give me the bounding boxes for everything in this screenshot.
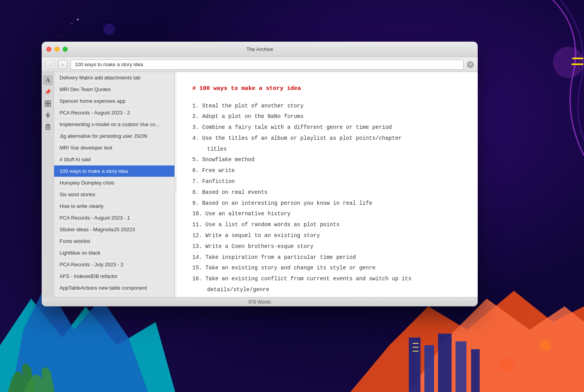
svg-rect-27 bbox=[424, 345, 434, 392]
traffic-lights bbox=[46, 47, 68, 52]
file-item[interactable]: PCA Records - August 2023 - 2 bbox=[54, 107, 174, 119]
svg-point-37 bbox=[498, 357, 514, 373]
list-item: 15. Take an existing story and change it… bbox=[192, 264, 462, 273]
svg-text:+: + bbox=[70, 20, 73, 26]
grid-icon-btn[interactable] bbox=[43, 98, 53, 109]
editor-area: # 100 ways to make a story idea 1. Steal… bbox=[177, 72, 478, 297]
file-item[interactable]: Spencer home expenses app bbox=[54, 95, 174, 107]
status-bar: 976 Words bbox=[42, 297, 478, 306]
file-item[interactable]: MRI Dev Team Quotes bbox=[54, 84, 174, 95]
list-item: 7. Fanfiction bbox=[192, 177, 462, 186]
lightning-icon bbox=[45, 112, 51, 118]
forward-button[interactable]: › bbox=[58, 60, 67, 69]
toolbar: ‹ › ✕ bbox=[42, 57, 478, 72]
file-list-panel: Delivery Matrix add attachments tabMRI D… bbox=[54, 72, 175, 297]
search-input[interactable] bbox=[70, 60, 464, 70]
file-item[interactable]: Lightblue on black bbox=[54, 247, 174, 259]
svg-rect-45 bbox=[47, 124, 49, 125]
file-item[interactable]: Sticker ideas - MagnoliaJS 20223 bbox=[54, 224, 174, 236]
svg-rect-26 bbox=[409, 338, 420, 392]
svg-point-0 bbox=[77, 19, 79, 20]
svg-point-9 bbox=[58, 35, 59, 35]
font-size-icon-btn[interactable]: A bbox=[43, 75, 53, 85]
font-icon: A bbox=[46, 77, 50, 84]
list-item: 3. Combine a fairy tale with a different… bbox=[192, 123, 462, 132]
list-item: 12. Write a sequel to an existing story bbox=[192, 231, 462, 241]
lightning-icon-btn[interactable] bbox=[43, 110, 53, 120]
svg-point-38 bbox=[539, 339, 551, 351]
file-item[interactable]: Humptey Dumptey crisis bbox=[54, 177, 174, 189]
file-item[interactable]: PCA Records - July 2023 - 2 bbox=[54, 259, 174, 271]
file-item[interactable]: Six word stories bbox=[54, 189, 174, 200]
file-item[interactable]: PCA Records - August 2023 - 1 bbox=[54, 212, 174, 224]
pin-icon-btn[interactable]: 📌 bbox=[43, 87, 53, 97]
file-item[interactable]: Fonts wishlist bbox=[54, 236, 174, 247]
document-list: 1. Steal the plot of another story2. Ado… bbox=[192, 102, 462, 297]
minimize-button[interactable] bbox=[55, 47, 60, 52]
list-item: 11. Use a list of random words as plot p… bbox=[192, 220, 462, 230]
file-item[interactable]: 100 ways to make a story idea bbox=[54, 165, 174, 177]
svg-rect-42 bbox=[48, 104, 51, 106]
word-count: 976 Words bbox=[248, 299, 271, 305]
document-title: # 100 ways to make a story idea bbox=[192, 84, 462, 94]
titlebar: The Archive bbox=[42, 42, 478, 57]
list-item: 17. Ask a series of what if questions bbox=[192, 296, 462, 297]
list-item: 9. Based on an interesting person you kn… bbox=[192, 199, 462, 208]
clear-icon: ✕ bbox=[469, 62, 472, 67]
svg-rect-41 bbox=[45, 104, 47, 106]
forward-icon: › bbox=[62, 62, 63, 67]
sidebar-icons-panel: A 📌 bbox=[42, 72, 54, 297]
svg-rect-28 bbox=[438, 334, 452, 392]
file-item[interactable]: A Fine Start - Demo export bbox=[54, 294, 174, 297]
list-item: 5. Snowflake method bbox=[192, 155, 462, 165]
document-content: # 100 ways to make a story idea 1. Steal… bbox=[192, 84, 462, 297]
list-item: 4. Use the titles of an album or playlis… bbox=[192, 134, 462, 143]
list-item: details/style/genre bbox=[192, 285, 462, 295]
svg-rect-29 bbox=[456, 341, 466, 392]
trash-icon bbox=[45, 124, 51, 130]
list-item: 10. Use an alternative history bbox=[192, 209, 462, 219]
list-item: titles bbox=[192, 145, 462, 154]
svg-rect-30 bbox=[471, 349, 480, 392]
list-item: 8. Based on real events bbox=[192, 188, 462, 197]
main-window: The Archive ‹ › ✕ A 📌 bbox=[42, 42, 478, 306]
list-item: 1. Steal the plot of another story bbox=[192, 102, 462, 111]
file-item[interactable]: Delivery Matrix add attachments tab bbox=[54, 72, 174, 84]
maximize-button[interactable] bbox=[63, 47, 68, 52]
search-clear-button[interactable]: ✕ bbox=[467, 61, 474, 68]
list-item: 14. Take inspiration from a particular t… bbox=[192, 253, 462, 262]
window-title: The Archive bbox=[246, 46, 273, 52]
list-item: 13. Write a Coen brothers-esque story bbox=[192, 242, 462, 251]
close-button[interactable] bbox=[46, 47, 51, 52]
svg-rect-40 bbox=[48, 101, 51, 103]
file-item[interactable]: AppTableActions new table component bbox=[54, 282, 174, 294]
back-button[interactable]: ‹ bbox=[46, 60, 55, 69]
file-item[interactable]: How to write clearly bbox=[54, 200, 174, 212]
right-decoration bbox=[475, 0, 584, 156]
file-item[interactable]: MRI Vue developer test bbox=[54, 142, 174, 154]
svg-rect-39 bbox=[45, 101, 47, 103]
trash-icon-btn[interactable] bbox=[43, 122, 53, 132]
pin-icon: 📌 bbox=[44, 89, 51, 95]
grid-icon bbox=[45, 100, 51, 107]
back-icon: ‹ bbox=[49, 62, 51, 67]
file-item[interactable]: Jig alternative for persisting user JSON bbox=[54, 130, 174, 142]
list-item: 16. Take an existing conflict from curre… bbox=[192, 274, 462, 284]
file-item[interactable]: AFS - IndexedDB refactor bbox=[54, 271, 174, 282]
svg-point-22 bbox=[103, 23, 115, 35]
list-item: 2. Adopt a plot on the NaNo forums bbox=[192, 112, 462, 121]
file-item[interactable]: Implementing v-model on a custom Vue co… bbox=[54, 119, 174, 130]
file-item[interactable]: # Stuff AI said bbox=[54, 154, 174, 165]
svg-point-23 bbox=[553, 47, 584, 78]
list-item: 6. Free write bbox=[192, 166, 462, 176]
main-content-area: A 📌 bbox=[42, 72, 478, 297]
